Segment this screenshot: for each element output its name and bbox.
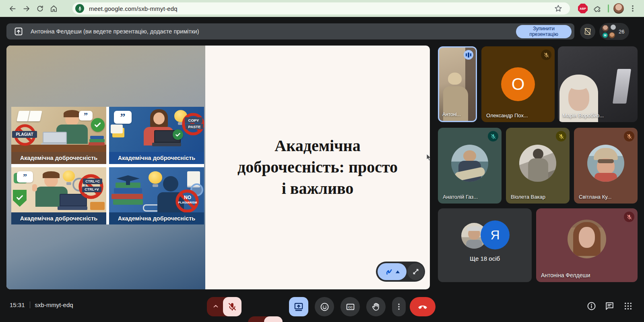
camera-off-button[interactable] xyxy=(264,316,283,322)
effects-disabled-button[interactable] xyxy=(580,24,595,39)
stop-presentation-button[interactable]: Зупинити презентацію xyxy=(516,25,572,38)
raise-hand-button[interactable] xyxy=(366,297,386,316)
slide-title-line: доброчесність: просто xyxy=(237,157,398,178)
tile-svitlana[interactable]: Світлана Ку... xyxy=(574,128,638,204)
activities-button[interactable] xyxy=(623,301,633,311)
participants-count-button[interactable]: M 26 xyxy=(599,23,629,40)
tile-overflow-others[interactable]: Я Ще 18 осіб xyxy=(438,208,532,282)
lightbulb-icon xyxy=(149,171,162,188)
white-note xyxy=(111,125,123,133)
tile-self-video[interactable]: Антоні... xyxy=(438,46,477,122)
expand-icon xyxy=(411,267,420,276)
pen-scribble-icon xyxy=(384,267,394,276)
adblock-extension-icon[interactable]: ABP xyxy=(578,4,588,13)
ctrl-v-label: CTRL+V xyxy=(82,187,101,192)
mic-control[interactable] xyxy=(207,297,242,316)
back-icon[interactable] xyxy=(6,2,19,15)
annotate-pen-button[interactable] xyxy=(378,263,407,280)
laptop xyxy=(43,132,65,145)
check-icon xyxy=(91,118,105,132)
effects-off-icon xyxy=(583,27,592,36)
overflow-avatar-initial: Я xyxy=(481,220,510,249)
end-call-icon xyxy=(417,301,428,312)
mini-avatar-3: M xyxy=(603,33,608,38)
reload-icon[interactable] xyxy=(33,2,47,15)
student-hair xyxy=(43,171,60,178)
bookmark-star-icon[interactable] xyxy=(554,4,563,13)
collage-tile-no-plagiarism: NO PLAGIARISM Академічна доброчесність xyxy=(109,167,204,224)
quote-bubble: ” xyxy=(114,111,132,124)
browser-profile-avatar[interactable] xyxy=(613,3,624,14)
tile-maria-video[interactable]: Марія Воробйо... xyxy=(558,46,638,122)
illustration-student-desk: ” PLAGIAT xyxy=(11,107,106,152)
participant-name: Анатолій Газ... xyxy=(443,194,478,200)
plagiat-label: PLAGIAT xyxy=(12,131,37,138)
participant-name: Олександр Пох... xyxy=(486,112,528,118)
present-screen-icon xyxy=(293,301,304,312)
home-icon[interactable] xyxy=(47,2,60,15)
tile-anatolii[interactable]: Анатолій Газ... xyxy=(438,128,502,204)
self-face xyxy=(448,73,462,85)
avatar-photo xyxy=(568,220,606,258)
extensions-puzzle-icon[interactable] xyxy=(591,2,605,15)
tile-oleksandr[interactable]: О Олександр Пох... xyxy=(481,46,555,122)
forward-icon[interactable] xyxy=(19,2,33,15)
reactions-button[interactable] xyxy=(315,297,334,316)
end-call-button[interactable] xyxy=(410,297,436,316)
browser-toolbar: meet.google.com/sxb-mmyt-edq ABP xyxy=(0,0,644,17)
quote-bubble: ” xyxy=(79,111,93,120)
illustration-student-thumbsup: ” xyxy=(11,167,106,212)
avatar-photo xyxy=(587,145,624,182)
present-screen-button[interactable] xyxy=(289,297,308,316)
captions-icon: CC xyxy=(345,302,355,312)
browser-menu-icon[interactable] xyxy=(628,4,638,13)
collage-caption: Академічна доброчесність xyxy=(109,212,204,224)
participant-name: Віолета Вакар xyxy=(511,194,545,200)
slide-collage: ” PLAGIAT Академічна доброчесність xyxy=(11,107,204,224)
mic-muted-button[interactable] xyxy=(223,297,242,316)
meeting-details-button[interactable] xyxy=(586,301,597,311)
site-mic-permission-icon xyxy=(75,4,84,13)
face xyxy=(579,227,595,248)
presentation-stage: ” PLAGIAT Академічна доброчесність xyxy=(6,46,430,289)
quote-card: ” xyxy=(17,171,33,183)
participant-name: Антоніна Фелдеши xyxy=(541,272,590,278)
meeting-code: sxb-mmyt-edq xyxy=(35,301,73,308)
woman-head xyxy=(153,112,165,125)
captions-button[interactable]: CC xyxy=(341,297,360,316)
chat-button[interactable] xyxy=(605,301,615,311)
address-bar[interactable]: meet.google.com/sxb-mmyt-edq xyxy=(72,2,570,15)
avatar-photo xyxy=(451,145,488,182)
participant-count: 26 xyxy=(619,29,624,35)
folder xyxy=(90,202,105,210)
info-icon xyxy=(586,301,597,311)
collage-caption: Академічна доброчесність xyxy=(109,152,204,164)
tile-violeta[interactable]: Віолета Вакар xyxy=(506,128,570,204)
participant-name: Антоні... xyxy=(442,112,461,117)
collage-caption: Академічна доброчесність xyxy=(11,152,106,164)
illustration-woman-laptop: ” xyxy=(109,107,204,152)
mic-off-icon xyxy=(624,131,634,141)
audio-level-indicator xyxy=(464,50,473,60)
raise-hand-icon xyxy=(371,302,381,312)
participants-sidebar: Антоні... О Олександр Пох... Марія Вороб… xyxy=(438,46,638,284)
mic-off-icon xyxy=(624,212,634,222)
camera-control[interactable] xyxy=(248,316,283,322)
mic-off-icon xyxy=(541,50,551,60)
more-options-button[interactable] xyxy=(392,297,406,316)
toolbar-divider xyxy=(608,4,609,12)
info-divider xyxy=(30,301,30,308)
svg-text:CC: CC xyxy=(348,305,353,309)
collage-caption: Академічна доброчесність xyxy=(11,212,106,224)
collage-tile-copy-paste: ” xyxy=(109,107,204,164)
student-hair xyxy=(64,110,80,117)
expand-presentation-button[interactable] xyxy=(407,263,424,280)
mic-options-caret-icon[interactable] xyxy=(212,303,219,310)
chat-icon xyxy=(605,301,615,311)
mini-avatar-1 xyxy=(602,25,609,31)
paste-label: PASTE xyxy=(186,124,203,129)
overflow-count-label: Ще 18 осіб xyxy=(438,255,532,262)
tile-antonina[interactable]: Антоніна Фелдеши xyxy=(536,208,638,282)
kebab-menu-icon xyxy=(394,302,403,311)
slide-title-area: Академічна доброчесність: просто і важли… xyxy=(205,46,430,289)
